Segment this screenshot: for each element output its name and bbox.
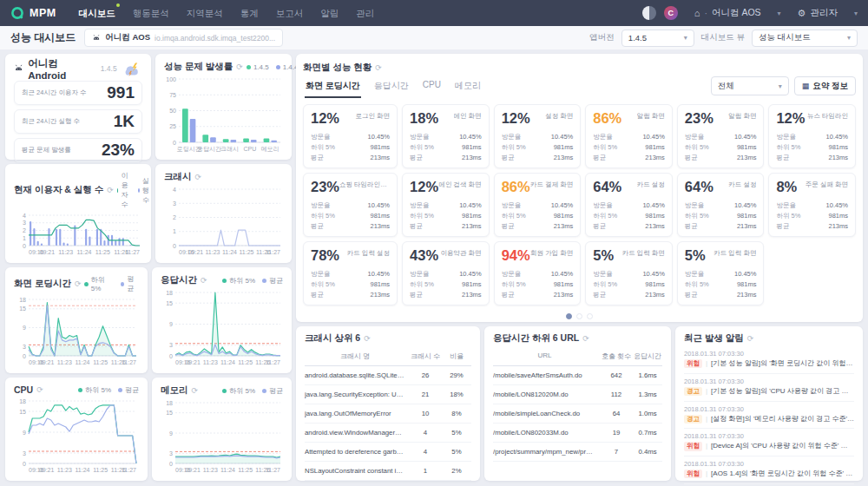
weather-storm-icon: [122, 59, 142, 78]
pagination-dot-1[interactable]: [576, 313, 582, 319]
chart-legend: 하위 5%평균: [222, 386, 283, 396]
screen-card[interactable]: 94%회원 가입 화면방문율10.45%하위 5%981ms평균213ms: [494, 241, 582, 305]
screen-card[interactable]: 86%알림 화면방문율10.45%하위 5%981ms평균213ms: [585, 104, 673, 168]
brand-logo[interactable]: MPM: [10, 6, 56, 20]
screen-card[interactable]: 5%카드 입력 화면방문율10.45%하위 5%981ms평균213ms: [585, 241, 673, 305]
stat-label: 방문율: [311, 132, 331, 142]
legend-label: 하위 5%: [85, 385, 111, 395]
screen-card[interactable]: 18%메인 화면방문율10.45%하위 5%981ms평균213ms: [402, 104, 490, 168]
screen-card-stat: 평균213ms: [593, 290, 665, 300]
separator: |: [706, 470, 707, 479]
tab-1[interactable]: 응답시간: [373, 76, 410, 98]
stat-label: 하위 5%: [776, 142, 800, 153]
nav-item-alert[interactable]: 알림: [320, 0, 339, 26]
slow-urls-panel: 응답시간 하위 6 URL ⟳ URL호출 횟수응답시간/mobile/save…: [484, 326, 671, 481]
pagination-dot-2[interactable]: [587, 313, 593, 319]
screen-card-stat: 방문율10.45%: [776, 132, 848, 142]
screen-card[interactable]: 12%뉴스 타임라인방문율10.45%하위 5%981ms평균213ms: [768, 104, 856, 168]
separator-dot: ·: [705, 8, 708, 18]
cell: 1: [409, 467, 442, 475]
separator: |: [706, 442, 707, 451]
alert-timestamp: 2018.01.31 07:03:30: [684, 460, 854, 468]
screen-card[interactable]: 43%이용약관 화면방문율10.45%하위 5%981ms평균213ms: [402, 241, 490, 305]
refresh-icon[interactable]: ⟳: [364, 334, 371, 343]
table-row[interactable]: /mobile/LON812020M.do1121.3ms: [493, 385, 662, 404]
refresh-icon[interactable]: ⟳: [192, 386, 199, 395]
cell: 4: [409, 448, 442, 456]
panel-title: 크래시: [164, 171, 192, 183]
table-row[interactable]: /mobile/saveAfterSmsAuth.do6421.6ms: [493, 366, 662, 385]
table-row[interactable]: Attempted to dereference garbage pointer…: [305, 443, 471, 462]
table-row[interactable]: NSLayoutConstraint constant is not finit…: [305, 462, 471, 481]
screen-filter-select[interactable]: 전체 ▾: [711, 76, 789, 95]
screen-card[interactable]: 5%카드 입력 화면방문율10.45%하위 5%981ms평균213ms: [677, 241, 765, 305]
stat-label: 하위 5%: [311, 279, 335, 290]
pagination-dot-0[interactable]: [566, 313, 572, 319]
table-row[interactable]: /project/summary/mpm_new/project_id70.4m…: [493, 443, 662, 462]
screen-card[interactable]: 64%카드 설정방문율10.45%하위 5%981ms평균213ms: [677, 173, 765, 237]
screen-card[interactable]: 8%주문 실패 화면방문율10.45%하위 5%981ms평균213ms: [768, 173, 856, 237]
stat-label: 평균: [311, 153, 324, 163]
memory-panel: 메모리 ⟳ 하위 5%평균 039151809:1609:2111:2311:2…: [152, 378, 292, 481]
nav-item-behavior[interactable]: 행동분석: [133, 0, 169, 26]
stat-label: 방문율: [502, 269, 522, 279]
dashboard-view-select[interactable]: 성능 대시보드 ▾: [752, 30, 858, 47]
column-header: 비율: [442, 351, 471, 361]
refresh-icon[interactable]: ⟳: [375, 63, 382, 72]
summary-info-button[interactable]: ▦ 요약 정보: [794, 76, 856, 95]
theme-toggle-icon[interactable]: [642, 6, 656, 20]
nav-item-stats[interactable]: 통계: [240, 0, 259, 26]
screen-card[interactable]: 12%메인 검색 화면방문율10.45%하위 5%981ms평균213ms: [402, 173, 490, 237]
tab-0[interactable]: 화면 로딩시간: [305, 76, 361, 98]
nav-item-report[interactable]: 보고서: [276, 0, 304, 26]
table-row[interactable]: java.lang.OutOfMemoryError108%: [305, 404, 471, 424]
screen-card[interactable]: 23%알림 화면방문율10.45%하위 5%981ms평균213ms: [677, 104, 765, 168]
table-row[interactable]: android.database.sqlite.SQLiteException2…: [305, 366, 471, 385]
chart-legend: 하위 5%평균: [84, 274, 139, 293]
tab-3[interactable]: 메모리: [454, 76, 482, 98]
svg-text:11:23: 11:23: [203, 359, 218, 365]
screen-card[interactable]: 86%카드 결제 화면방문율10.45%하위 5%981ms평균213ms: [494, 173, 582, 237]
nav-item-admin[interactable]: 관리: [356, 0, 374, 26]
app-selector[interactable]: ⌂ · 어니컴 AOS ▾: [694, 7, 781, 19]
refresh-icon[interactable]: ⟳: [582, 334, 589, 343]
screen-card-name: 카드 입력 화면: [713, 248, 756, 258]
table-row[interactable]: java.lang.SecurityException: Unable to f…: [305, 385, 471, 404]
separator: |: [706, 359, 707, 369]
cell: 642: [600, 371, 633, 379]
refresh-icon[interactable]: ⟳: [107, 186, 114, 194]
refresh-icon[interactable]: ⟳: [36, 385, 43, 394]
table-row[interactable]: android.view.WindowManager$BadTokenExcep…: [305, 424, 471, 443]
app-badge[interactable]: 어니컴 AOS io.imqa.android.sdk.imqa_test220…: [84, 29, 283, 47]
user-avatar[interactable]: C: [664, 6, 678, 20]
refresh-icon[interactable]: ⟳: [236, 62, 243, 71]
app-version-select[interactable]: 1.4.5 ▾: [621, 30, 694, 47]
screen-card-name: 메인 검색 화면: [438, 180, 481, 189]
legend-dot: [121, 282, 124, 286]
screen-card[interactable]: 12%설정 화면방문율10.45%하위 5%981ms평균213ms: [494, 104, 582, 168]
stat-label: 방문율: [410, 269, 430, 279]
screen-card[interactable]: 23%쇼핑 타임라인쇼핑...방문율10.45%하위 5%981ms평균213m…: [303, 173, 398, 237]
nav-item-region[interactable]: 지역분석: [187, 0, 223, 26]
stat-label: 방문율: [593, 269, 613, 279]
screen-card-stat: 방문율10.45%: [593, 269, 665, 279]
table-row[interactable]: /mobile/simpleLoanCheck.do641.0ms: [493, 404, 662, 424]
table-row[interactable]: /mobile/LON802033M.do190.7ms: [493, 424, 662, 443]
svg-text:1: 1: [173, 228, 176, 234]
screen-card[interactable]: 78%카드 입력 설정방문율10.45%하위 5%981ms평균213ms: [303, 241, 398, 305]
legend-item: 실행 수: [138, 176, 152, 205]
refresh-icon[interactable]: ⟳: [195, 173, 202, 181]
cell: 1.3ms: [633, 391, 662, 398]
screen-card[interactable]: 64%카드 설정방문율10.45%하위 5%981ms평균213ms: [585, 173, 673, 237]
screen-card[interactable]: 12%로그인 화면방문율10.45%하위 5%981ms평균213ms: [303, 104, 398, 168]
screen-card-name: 뉴스 타임라인: [807, 111, 848, 121]
refresh-icon[interactable]: ⟳: [75, 279, 82, 288]
admin-menu[interactable]: ⚙ 관리자 ▾: [798, 7, 858, 19]
screen-card-name: 메인 화면: [454, 111, 482, 121]
nav-item-dashboard[interactable]: 대시보드: [79, 0, 115, 26]
stat-label: 하위 5%: [685, 279, 709, 290]
refresh-icon[interactable]: ⟳: [201, 276, 207, 285]
tab-2[interactable]: CPU: [422, 76, 442, 98]
refresh-icon[interactable]: ⟳: [747, 334, 754, 343]
screen-card-percent: 64%: [685, 180, 713, 194]
